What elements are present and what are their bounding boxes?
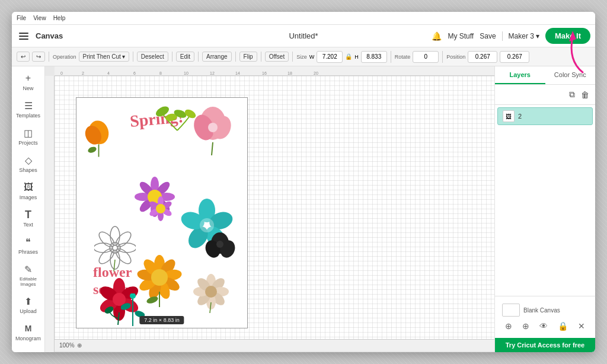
flip-group: Flip — [239, 52, 261, 62]
sidebar-item-new-label: New — [23, 85, 33, 91]
sidebar-item-text[interactable]: T Text — [14, 205, 43, 231]
menu-file[interactable]: File — [17, 15, 26, 21]
sidebar-item-projects-label: Projects — [18, 140, 38, 146]
svg-line-12 — [212, 142, 213, 155]
zoom-icon[interactable]: ⊕ — [77, 342, 82, 349]
sidebar-item-images[interactable]: 🖼 Images — [14, 178, 43, 204]
text-icon: T — [23, 209, 34, 221]
design-canvas[interactable]: Spring! flowerseason — [76, 97, 248, 328]
sidebar-item-text-label: Text — [23, 222, 33, 228]
toolbar: ↩ ↪ Operation Print Then Cut ▾ Deselect … — [12, 47, 595, 66]
menu-view[interactable]: View — [33, 15, 46, 21]
zoom-bar: 100% ⊕ — [55, 339, 494, 351]
height-input[interactable] — [361, 51, 387, 63]
save-link[interactable]: Save — [480, 32, 496, 40]
editable-images-icon: ✎ — [23, 263, 34, 275]
offset-button[interactable]: Offset — [265, 52, 289, 62]
new-icon: + — [23, 72, 34, 84]
tab-layers[interactable]: Layers — [495, 66, 545, 84]
edit-group: Edit — [176, 52, 199, 62]
sidebar-item-images-label: Images — [20, 194, 37, 200]
position-label: Position — [446, 54, 465, 60]
make-it-button[interactable]: Make It — [545, 28, 590, 44]
svg-point-46 — [97, 229, 117, 250]
flower-pink-large — [189, 107, 237, 157]
hamburger-menu[interactable] — [17, 30, 31, 42]
height-label: H — [354, 54, 359, 60]
sidebar-item-editable-images-label: Editable Images — [17, 276, 40, 287]
my-stuff-link[interactable]: My Stuff — [448, 32, 474, 40]
layer-actions: ⧉ 🗑 — [495, 85, 595, 105]
canvas-grid: Spring! flowerseason — [55, 76, 494, 339]
svg-point-38 — [216, 241, 223, 248]
deselect-button[interactable]: Deselect — [137, 52, 168, 62]
monogram-icon: M — [23, 323, 34, 334]
chevron-down-icon: ▾ — [536, 32, 539, 40]
panel-icon-2[interactable]: ⊕ — [522, 321, 529, 331]
lock-icon: 🔒 — [345, 53, 352, 60]
images-icon: 🖼 — [23, 181, 34, 193]
position-group: Position — [446, 51, 533, 63]
try-cricut-bar[interactable]: Try Cricut Access for free — [495, 338, 595, 352]
undo-button[interactable]: ↩ — [17, 52, 30, 62]
ruler-left — [45, 76, 55, 352]
sidebar-item-new[interactable]: + New — [14, 69, 43, 95]
delete-layer-button[interactable]: 🗑 — [580, 89, 590, 101]
sidebar-item-phrases-label: Phrases — [18, 249, 38, 255]
canvas-area[interactable]: 0 2 4 6 8 10 12 14 16 18 20 — [45, 66, 494, 352]
svg-point-58 — [151, 269, 168, 286]
sidebar-item-shapes[interactable]: ◇ Shapes — [14, 151, 43, 177]
rotate-group: Rotate — [395, 51, 443, 63]
operation-button[interactable]: Print Then Cut ▾ — [79, 52, 129, 62]
sidebar-item-monogram-label: Monogram — [15, 336, 41, 341]
size-group: Size W 🔒 H — [296, 51, 391, 63]
svg-point-11 — [208, 123, 218, 132]
maker-selector[interactable]: Maker 3 ▾ — [509, 32, 539, 40]
templates-icon: ☰ — [23, 100, 34, 111]
tab-color-sync[interactable]: Color Sync — [545, 66, 596, 84]
operation-group: Operation Print Then Cut ▾ — [53, 52, 133, 62]
size-label: Size — [296, 54, 307, 60]
sidebar-item-editable-images[interactable]: ✎ Editable Images — [14, 260, 43, 290]
undo-redo-group: ↩ ↪ — [17, 52, 49, 62]
panel-icon-1[interactable]: ⊕ — [505, 321, 512, 331]
position-x-input[interactable] — [468, 51, 497, 63]
blank-canvas-button[interactable]: Blank Canvas — [500, 301, 590, 319]
panel-icon-5[interactable]: ✕ — [578, 321, 585, 331]
duplicate-layer-button[interactable]: ⧉ — [568, 88, 576, 101]
document-title: Untitled* — [289, 31, 318, 40]
rotate-input[interactable] — [413, 51, 439, 63]
flip-button[interactable]: Flip — [239, 52, 257, 62]
sidebar-item-monogram[interactable]: M Monogram — [14, 319, 43, 345]
redo-button[interactable]: ↪ — [32, 52, 45, 62]
arrange-button[interactable]: Arrange — [202, 52, 232, 62]
zoom-percent: 100% — [59, 342, 75, 349]
nav-divider — [502, 31, 503, 41]
sidebar-item-templates[interactable]: ☰ Templates — [14, 96, 43, 122]
layer-item[interactable]: 🖼 2 — [497, 107, 593, 125]
flower-purple-small — [148, 196, 174, 222]
bell-icon[interactable]: 🔔 — [432, 31, 442, 41]
sidebar-item-upload[interactable]: ⬆ Upload — [14, 292, 43, 318]
svg-point-81 — [121, 302, 132, 311]
layer-name: 2 — [518, 113, 522, 120]
width-input[interactable] — [317, 51, 343, 63]
edit-button[interactable]: Edit — [176, 52, 194, 62]
sidebar-item-upload-label: Upload — [20, 308, 37, 314]
flower-outline — [94, 225, 136, 273]
sidebar-item-projects[interactable]: ◫ Projects — [14, 123, 43, 149]
title-bar: File View Help — [12, 12, 595, 25]
projects-icon: ◫ — [23, 127, 34, 139]
position-y-input[interactable] — [500, 51, 529, 63]
flower-black — [204, 231, 237, 270]
right-panel: Layers Color Sync ⧉ 🗑 🖼 2 Bl — [494, 66, 595, 352]
svg-point-44 — [97, 246, 117, 266]
app-window: File View Help Canvas Untitled* 🔔 My Stu… — [12, 12, 595, 352]
ruler-top: 0 2 4 6 8 10 12 14 16 18 20 — [55, 66, 494, 76]
panel-icon-3[interactable]: 👁 — [539, 321, 548, 331]
menu-help[interactable]: Help — [53, 15, 66, 21]
sidebar-item-phrases[interactable]: ❝ Phrases — [14, 232, 43, 258]
panel-icon-4[interactable]: 🔒 — [558, 321, 568, 331]
shapes-icon: ◇ — [23, 154, 34, 166]
svg-point-42 — [113, 246, 133, 266]
